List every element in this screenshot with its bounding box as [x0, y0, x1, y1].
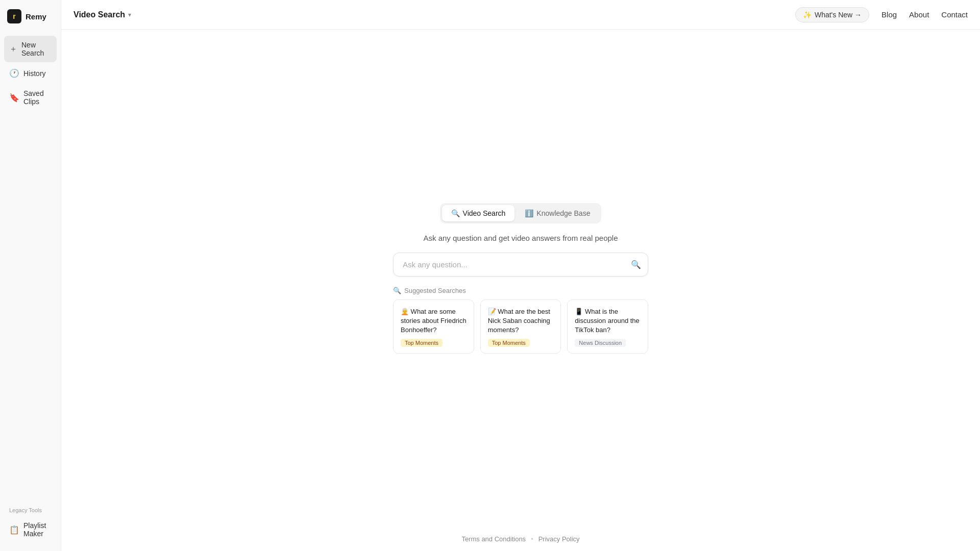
- page-title: Video Search: [74, 10, 125, 19]
- content-area: 🔍 Video Search ℹ️ Knowledge Base Ask any…: [61, 30, 980, 527]
- privacy-link[interactable]: Privacy Policy: [538, 535, 580, 543]
- suggested-search-icon: 🔍: [393, 287, 401, 294]
- sidebar-item-history[interactable]: 🕐 History: [4, 63, 57, 83]
- search-input-wrapper: 🔍: [393, 253, 648, 277]
- blog-link[interactable]: Blog: [881, 10, 897, 19]
- sidebar-footer: Legacy Tools 📋 Playlist Maker: [0, 497, 61, 551]
- card-tag: Top Moments: [401, 339, 443, 347]
- sidebar-item-playlist-maker-label: Playlist Maker: [23, 521, 52, 538]
- tab-video-search[interactable]: 🔍 Video Search: [442, 205, 515, 221]
- suggested-card[interactable]: 📝 What are the best Nick Saban coaching …: [480, 299, 561, 354]
- plus-icon: ＋: [9, 44, 17, 55]
- playlist-icon: 📋: [9, 525, 19, 535]
- sidebar-item-new-search[interactable]: ＋ New Search: [4, 36, 57, 62]
- sidebar-item-saved-clips-label: Saved Clips: [23, 89, 52, 106]
- header-left: Video Search ▾: [74, 10, 131, 19]
- suggested-section: 🔍 Suggested Searches 🧑‍🦳 What are some s…: [393, 287, 648, 354]
- suggested-cards: 🧑‍🦳 What are some stories about Friedric…: [393, 299, 648, 354]
- search-submit-icon[interactable]: 🔍: [631, 260, 641, 269]
- card-text: 🧑‍🦳 What are some stories about Friedric…: [401, 307, 467, 335]
- whats-new-label: What's New →: [815, 11, 862, 19]
- suggested-card[interactable]: 🧑‍🦳 What are some stories about Friedric…: [393, 299, 474, 354]
- suggested-label: 🔍 Suggested Searches: [393, 287, 648, 294]
- search-tab-icon: 🔍: [451, 209, 460, 217]
- sparkle-icon: ✨: [803, 11, 812, 19]
- chevron-down-icon: ▾: [128, 11, 131, 18]
- knowledge-tab-icon: ℹ️: [525, 209, 533, 217]
- sidebar-item-history-label: History: [23, 69, 46, 78]
- tab-video-search-label: Video Search: [463, 209, 506, 217]
- footer-separator: •: [531, 535, 533, 543]
- sidebar-item-new-search-label: New Search: [21, 41, 52, 57]
- tab-knowledge-base-label: Knowledge Base: [536, 209, 590, 217]
- tab-switcher: 🔍 Video Search ℹ️ Knowledge Base: [440, 203, 602, 223]
- app-logo[interactable]: r Remy: [0, 0, 61, 33]
- search-section: 🔍 Video Search ℹ️ Knowledge Base Ask any…: [388, 203, 653, 354]
- card-text: 📝 What are the best Nick Saban coaching …: [488, 307, 554, 335]
- card-text: 📱 What is the discussion around the TikT…: [575, 307, 641, 335]
- search-subtitle: Ask any question and get video answers f…: [423, 234, 618, 242]
- search-input[interactable]: [393, 253, 648, 277]
- terms-link[interactable]: Terms and Conditions: [461, 535, 526, 543]
- main-area: Video Search ▾ ✨ What's New → Blog About…: [61, 0, 980, 551]
- card-tag: News Discussion: [575, 339, 626, 347]
- legacy-tools-label: Legacy Tools: [4, 505, 57, 516]
- sidebar-item-saved-clips[interactable]: 🔖 Saved Clips: [4, 84, 57, 111]
- footer: Terms and Conditions • Privacy Policy: [61, 527, 980, 551]
- tab-knowledge-base[interactable]: ℹ️ Knowledge Base: [516, 205, 599, 221]
- bookmark-icon: 🔖: [9, 93, 19, 103]
- header: Video Search ▾ ✨ What's New → Blog About…: [61, 0, 980, 30]
- sidebar-item-playlist-maker[interactable]: 📋 Playlist Maker: [4, 516, 57, 543]
- header-right: ✨ What's New → Blog About Contact: [795, 7, 968, 22]
- sidebar-nav: ＋ New Search 🕐 History 🔖 Saved Clips: [0, 33, 61, 114]
- card-tag: Top Moments: [488, 339, 530, 347]
- contact-link[interactable]: Contact: [941, 10, 968, 19]
- history-icon: 🕐: [9, 68, 19, 78]
- sidebar: r Remy ＋ New Search 🕐 History 🔖 Saved Cl…: [0, 0, 61, 551]
- app-name: Remy: [26, 12, 46, 21]
- logo-icon: r: [7, 9, 21, 23]
- suggested-card[interactable]: 📱 What is the discussion around the TikT…: [567, 299, 648, 354]
- whats-new-button[interactable]: ✨ What's New →: [795, 7, 869, 22]
- suggested-label-text: Suggested Searches: [404, 287, 466, 294]
- about-link[interactable]: About: [909, 10, 929, 19]
